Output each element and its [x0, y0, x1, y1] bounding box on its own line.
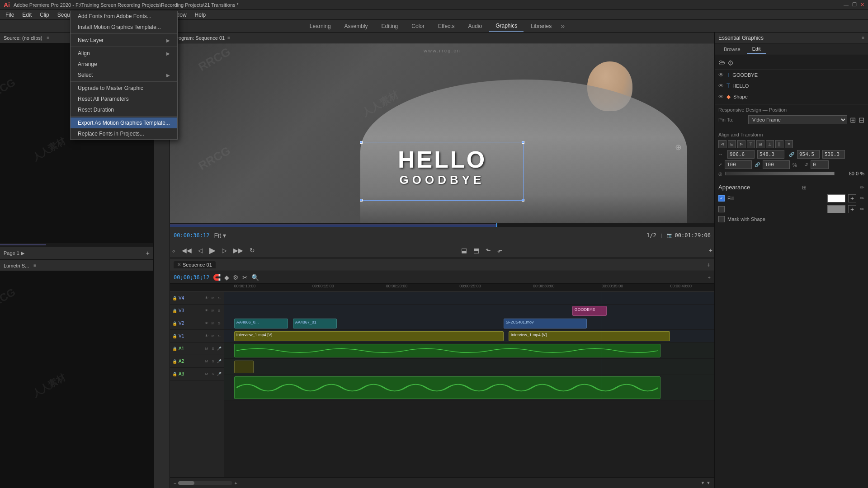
eg-tab-edit[interactable]: Edit [747, 45, 766, 54]
ctx-upgrade-master[interactable]: Upgrade to Master Graphic [71, 83, 177, 94]
lock-v4[interactable]: 🔒 [172, 296, 177, 301]
eye-v4[interactable]: 👁 [204, 296, 209, 301]
stroke-color-swatch[interactable] [827, 205, 845, 213]
pin-type-btns[interactable]: ⊞ [850, 116, 856, 124]
ctx-reset-params[interactable]: Reset All Parameters [71, 94, 177, 104]
window-controls[interactable]: — ❐ ✕ [844, 2, 864, 8]
clip-audio3[interactable] [234, 376, 660, 399]
next-frame-btn[interactable]: ▷ [220, 246, 229, 255]
eye-goodbye[interactable]: 👁 [718, 72, 724, 78]
overwrite-btn[interactable]: ⬒ [472, 246, 481, 255]
tab-effects[interactable]: Effects [432, 21, 461, 31]
tab-libraries[interactable]: Libraries [524, 21, 558, 31]
mute-btn-a2[interactable]: M [204, 359, 209, 364]
lock-v3[interactable]: 🔒 [172, 308, 177, 314]
tl-sequence-settings[interactable]: ⚙ [233, 274, 239, 281]
prev-frame-btn[interactable]: ◁ [196, 246, 205, 255]
eye-v3[interactable]: 👁 [204, 308, 209, 314]
clip-interview-v1b[interactable]: Interview_1.mp4 [V] [509, 331, 670, 341]
fit-dropdown[interactable]: Fit ▾ [212, 231, 227, 240]
maximize-btn[interactable]: ❐ [852, 2, 857, 8]
menu-clip[interactable]: Clip [36, 11, 53, 19]
tl-zoom-out[interactable]: − [174, 480, 176, 486]
ctx-new-layer[interactable]: New Layer ▶ [71, 35, 177, 46]
tl-snap-btn[interactable]: 🧲 [213, 274, 221, 281]
lock-a3[interactable]: 🔒 [172, 371, 177, 377]
mask-checkbox[interactable] [718, 216, 725, 222]
align-left[interactable]: ⊲ [718, 140, 726, 148]
scale-h-input[interactable] [763, 160, 790, 169]
eg-layer-shape[interactable]: 👁 ◆ Shape [715, 91, 868, 102]
fill-checkbox[interactable] [718, 195, 725, 202]
monitor-timeline[interactable] [170, 223, 714, 227]
eye-v2[interactable]: 👁 [204, 321, 209, 326]
loop-btn[interactable]: ↻ [248, 246, 257, 255]
stroke-edit-icon[interactable]: ✏ [860, 206, 864, 212]
ctx-install-template[interactable]: Install Motion Graphics Template... [71, 22, 177, 33]
clip-aa4867[interactable]: AA4867_01 [293, 319, 337, 328]
mic-a3[interactable]: 🎤 [217, 371, 222, 377]
menu-edit[interactable]: Edit [19, 11, 35, 19]
ctx-arrange[interactable]: Arrange [71, 59, 177, 70]
appearance-edit-icon[interactable]: ✏ [860, 184, 864, 191]
eg-settings-icon[interactable]: ⚙ [727, 59, 734, 67]
sync-v4[interactable]: S [217, 296, 222, 301]
menu-file[interactable]: File [2, 11, 18, 19]
y-position-input[interactable] [757, 150, 784, 159]
width-input[interactable] [797, 150, 820, 159]
lock-v1[interactable]: 🔒 [172, 333, 177, 339]
ctx-export-template[interactable]: Export As Motion Graphics Template... [71, 117, 177, 128]
clip-5f2c5401-v2[interactable]: 5F2C5401.mov [504, 319, 587, 328]
sync-v3[interactable]: S [217, 308, 222, 314]
timeline-add-btn[interactable]: + [707, 261, 711, 268]
step-fwd-btn[interactable]: ▶▶ [231, 246, 245, 255]
align-center-v[interactable]: ⊞ [756, 140, 764, 148]
mark-in-btn[interactable]: ⬦ [170, 246, 177, 255]
timeline-end-btn[interactable]: + [708, 275, 711, 280]
solo-a1[interactable]: S [210, 346, 216, 352]
tab-learning[interactable]: Learning [303, 21, 337, 31]
eg-tab-browse[interactable]: Browse [718, 45, 746, 53]
zoom-bar[interactable] [178, 481, 232, 485]
tl-zoom-in[interactable]: + [234, 480, 237, 486]
distribute-h[interactable]: || [775, 140, 783, 148]
clip-goodbye[interactable]: GOODBYE [572, 306, 607, 316]
eye-shape[interactable]: 👁 [718, 94, 724, 100]
step-back-btn[interactable]: ◀◀ [180, 246, 193, 255]
eye-v1[interactable]: 👁 [204, 333, 209, 339]
eg-layer-hello[interactable]: 👁 T HELLO [715, 80, 868, 91]
eg-folder-icon[interactable]: 🗁 [718, 59, 726, 67]
fill-add-btn[interactable]: + [848, 194, 856, 202]
stroke-checkbox[interactable] [718, 206, 725, 212]
stroke-add-btn[interactable]: + [848, 205, 856, 213]
lift-btn[interactable]: ⬑ [484, 246, 493, 255]
align-top[interactable]: ⊤ [747, 140, 755, 148]
clip-interview-a1[interactable] [234, 344, 660, 357]
tab-audio[interactable]: Audio [462, 21, 488, 31]
source-add-btn[interactable]: + [146, 249, 150, 257]
mic-a2[interactable]: 🎤 [217, 359, 222, 364]
ctx-add-fonts[interactable]: Add Fonts from Adobe Fonts... [71, 11, 177, 22]
ctx-select[interactable]: Select ▶ [71, 70, 177, 80]
fill-edit-icon[interactable]: ✏ [860, 195, 864, 202]
mute-v3[interactable]: M [210, 308, 216, 314]
align-center-h[interactable]: ⊟ [728, 140, 736, 148]
eg-layer-goodbye[interactable]: 👁 T GOODBYE [715, 70, 868, 80]
lock-v2[interactable]: 🔒 [172, 321, 177, 326]
ctx-align[interactable]: Align ▶ [71, 48, 177, 59]
appearance-expand-icon[interactable]: ⊞ [802, 184, 807, 191]
more-tabs-btn[interactable]: » [561, 22, 565, 30]
play-btn[interactable]: ▶ [208, 244, 217, 256]
minimize-btn[interactable]: — [844, 2, 849, 8]
sync-v1[interactable]: S [217, 333, 222, 339]
clip-interview-v1a[interactable]: Interview_1.mp4 [V] [234, 331, 504, 341]
tl-add-marker-btn[interactable]: ◆ [224, 274, 229, 281]
fill-color-swatch[interactable] [827, 194, 845, 202]
solo-a2[interactable]: S [210, 359, 216, 364]
rotation-input[interactable] [811, 160, 829, 169]
scale-input[interactable] [725, 160, 752, 169]
eye-hello[interactable]: 👁 [718, 83, 724, 89]
pin-to-dropdown[interactable]: Video Frame [748, 115, 847, 124]
ctx-reset-duration[interactable]: Reset Duration [71, 104, 177, 115]
timeline-tab-close[interactable]: ✕ [177, 262, 181, 267]
